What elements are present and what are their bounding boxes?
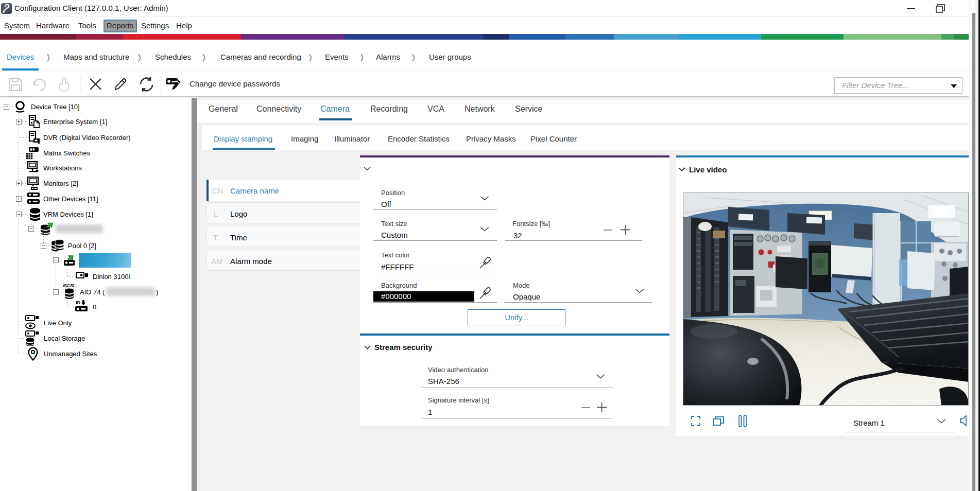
svg-text:ID: ID — [76, 300, 81, 305]
svg-text:iSCSI: iSCSI — [63, 283, 74, 288]
